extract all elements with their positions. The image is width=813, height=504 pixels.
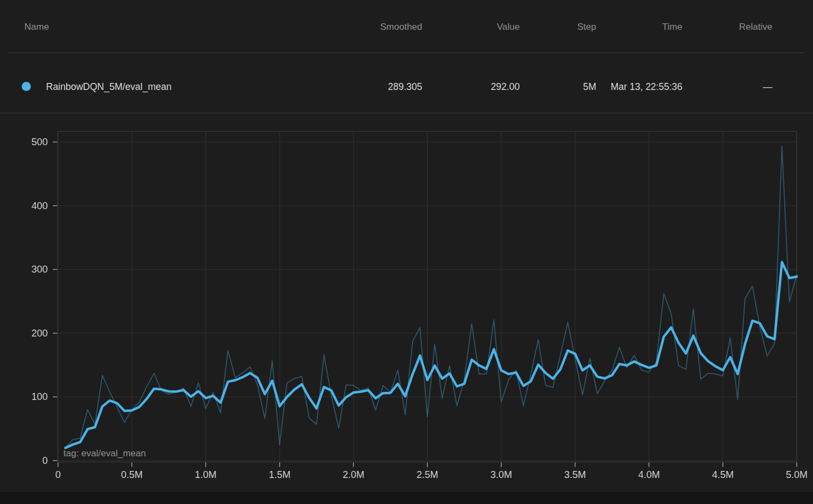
chart-svg[interactable]: 00.5M1.0M1.5M2.0M2.5M3.0M3.5M4.0M4.5M5.0… [0, 0, 813, 504]
x-tick-label: 1.5M [269, 469, 291, 480]
y-tick-label: 500 [31, 137, 48, 147]
x-tick-label: 2.0M [343, 469, 364, 480]
x-tick-label: 3.5M [564, 469, 586, 480]
x-tick-label: 2.5M [416, 469, 438, 480]
footer-strip [0, 492, 813, 504]
y-tick-label: 200 [31, 328, 48, 339]
y-tick-label: 300 [31, 264, 48, 275]
plot-area[interactable] [58, 132, 797, 462]
x-tick-label: 1.0M [195, 469, 217, 480]
y-tick-label: 100 [31, 391, 48, 402]
x-tick-label: 4.0M [638, 469, 660, 480]
x-tick-label: 3.0M [491, 469, 512, 480]
y-tick-label: 400 [31, 201, 48, 211]
x-tick-label: 0.5M [121, 469, 143, 480]
x-tick-label: 5.0M [786, 469, 808, 480]
x-tick-label: 4.5M [712, 469, 734, 480]
y-tick-label: 0 [42, 455, 48, 466]
x-tick-label: 0 [55, 469, 61, 480]
